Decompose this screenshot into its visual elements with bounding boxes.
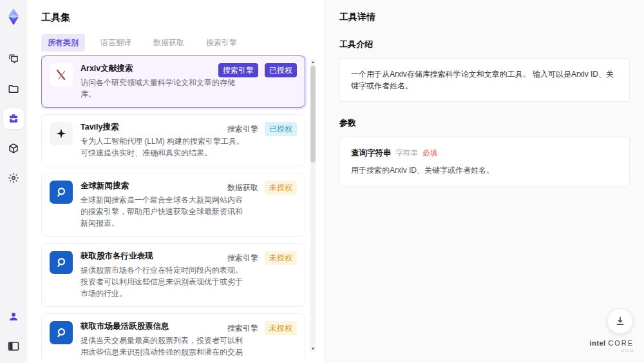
tool-card[interactable]: 获取市场最活跃股票信息 提供当天交易量最高的股票列表，投资者可以利用这些信息来识… (41, 313, 305, 359)
auth-status-badge: 未授权 (265, 251, 297, 265)
scroll-thumb[interactable] (310, 66, 316, 162)
auth-status-badge: 未授权 (265, 321, 297, 335)
chat-icon[interactable] (3, 49, 24, 70)
tool-detail-panel: 工具详情 工具介绍 一个用于从Arxiv存储库搜索科学论文和文章的工具。 输入可… (325, 0, 644, 363)
page-title: 工具集 (41, 12, 325, 24)
category-badge: 搜索引擎 (218, 63, 258, 77)
folder-icon[interactable] (3, 79, 24, 99)
tool-description: 访问各个研究领域大量科学论文和文章的存储库。 (80, 77, 249, 100)
tool-description: 提供股票市场各个行业在特定时间段内的表现。投资者可以利用这些信息来识别表现优于或… (80, 264, 249, 299)
arxiv-logo-icon (50, 63, 73, 86)
package-icon[interactable] (3, 138, 24, 159)
param-type: 字符串 (396, 147, 419, 159)
tool-card[interactable]: 全球新闻搜索 全球新闻搜索是一个聚合全球各大新闻网站内容的搜索引擎，帮助用户快速… (41, 173, 305, 237)
news-search-icon (50, 321, 73, 344)
tab-data-fetch[interactable]: 数据获取 (147, 34, 191, 52)
tool-card[interactable]: Arxiv文献搜索 访问各个研究领域大量科学论文和文章的存储库。 搜索引擎 已授… (41, 55, 305, 108)
app-sidebar (0, 0, 27, 363)
download-icon (614, 315, 626, 327)
tool-description: 专为人工智能代理 (LLM) 构建的搜索引擎工具。可快速提供实时、准确和真实的结… (80, 135, 249, 159)
news-search-icon (50, 251, 73, 274)
param-name: 查询字符串 (351, 147, 392, 159)
tool-card[interactable]: 获取股市各行业表现 提供股票市场各个行业在特定时间段内的表现。投资者可以利用这些… (41, 243, 305, 307)
category-badge: 搜索引擎 (227, 122, 258, 136)
intel-core-logo: intel core Ultra (590, 340, 634, 354)
intro-box: 一个用于从Arxiv存储库搜索科学论文和文章的工具。 输入可以是Arxiv ID… (339, 58, 630, 102)
user-avatar-icon[interactable] (3, 306, 24, 327)
category-badge: 数据获取 (227, 181, 258, 195)
category-badge: 搜索引擎 (227, 251, 258, 265)
scroll-up-icon[interactable]: ▲ (310, 59, 316, 64)
param-required-flag: 必填 (422, 147, 437, 159)
toolbox-icon[interactable] (3, 108, 24, 129)
news-search-icon (50, 181, 73, 204)
auth-status-badge: 未授权 (265, 181, 297, 195)
tool-list: Arxiv文献搜索 访问各个研究领域大量科学论文和文章的存储库。 搜索引擎 已授… (41, 55, 316, 359)
intro-heading: 工具介绍 (339, 39, 630, 50)
tool-list-panel: 工具集 所有类别语言翻译数据获取搜索引擎 Arxiv文献搜索 访问各个研究领域大… (27, 0, 325, 363)
list-scrollbar[interactable]: ▲ ▼ (310, 59, 316, 351)
collapse-panel-icon[interactable] (3, 336, 24, 357)
download-button[interactable] (607, 308, 633, 334)
settings-gear-icon[interactable] (3, 168, 24, 188)
app-logo-icon (5, 8, 23, 26)
tab-translation[interactable]: 语言翻译 (94, 34, 138, 52)
auth-status-badge: 已授权 (265, 122, 297, 136)
params-heading: 参数 (339, 117, 630, 129)
intro-text: 一个用于从Arxiv存储库搜索科学论文和文章的工具。 输入可以是Arxiv ID… (351, 70, 614, 90)
scroll-down-icon[interactable]: ▼ (310, 346, 316, 351)
tool-description: 全球新闻搜索是一个聚合全球各大新闻网站内容的搜索引擎，帮助用户快速获取全球最新资… (80, 194, 249, 229)
tool-description: 提供当天交易量最高的股票列表，投资者可以利用这些信息来识别流动性强的股票和潜在的… (80, 335, 249, 359)
param-description: 用于搜索的Arxiv ID、关键字或作者姓名。 (351, 164, 618, 176)
category-tabs: 所有类别语言翻译数据获取搜索引擎 (41, 34, 325, 52)
auth-status-badge: 已授权 (265, 63, 297, 77)
param-box: 查询字符串 字符串 必填 用于搜索的Arxiv ID、关键字或作者姓名。 (339, 137, 630, 186)
detail-title: 工具详情 (339, 12, 630, 23)
sparkle-icon (50, 122, 73, 145)
tab-search-engine[interactable]: 搜索引擎 (200, 34, 243, 52)
tool-card[interactable]: Tavily搜索 专为人工智能代理 (LLM) 构建的搜索引擎工具。可快速提供实… (41, 114, 305, 166)
category-badge: 搜索引擎 (227, 321, 258, 335)
tab-all[interactable]: 所有类别 (41, 34, 85, 52)
